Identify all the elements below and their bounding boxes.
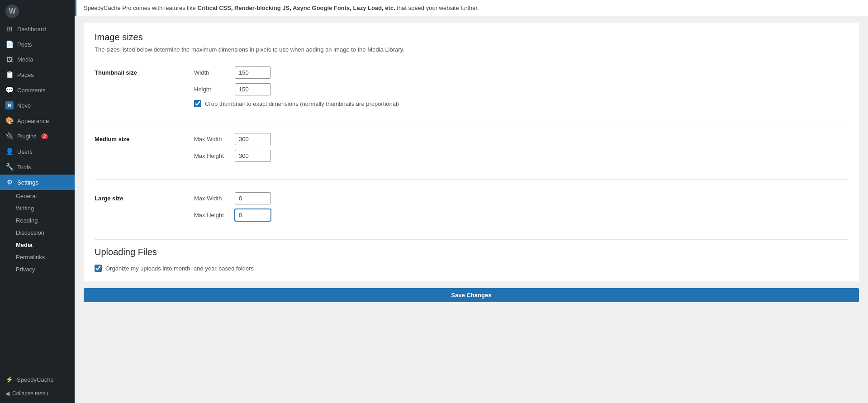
sidebar-item-comments[interactable]: 💬 Comments [0,82,75,98]
sidebar-item-label: Appearance [17,118,49,124]
sidebar-item-label: Settings [17,179,38,186]
sidebar-item-plugins[interactable]: 🔌 Plugins 2 [0,128,75,144]
appearance-icon: 🎨 [5,117,14,125]
users-icon: 👤 [5,147,14,156]
thumbnail-crop-label: Crop thumbnail to exact dimensions (norm… [205,100,399,107]
tools-icon: 🔧 [5,163,14,171]
submenu-item-reading[interactable]: Reading [0,214,75,227]
organize-uploads-row: Organize my uploads into month- and year… [95,265,848,272]
large-maxheight-input[interactable] [235,209,271,221]
large-maxheight-label: Max Height [194,212,230,218]
uploading-files-section: Uploading Files Organize my uploads into… [95,239,848,272]
media-icon: 🖼 [5,56,14,63]
sidebar-item-label: Users [17,148,33,155]
thumbnail-width-row: Width [194,66,848,79]
wp-logo-icon: W [5,5,19,18]
large-maxwidth-input[interactable] [235,192,271,204]
sidebar-item-speedycache[interactable]: ⚡ SpeedyCache [0,372,75,387]
medium-maxheight-input[interactable] [235,150,271,162]
comments-icon: 💬 [5,86,14,94]
dashboard-icon: ⊞ [5,25,14,33]
sidebar-item-users[interactable]: 👤 Users [0,144,75,159]
sidebar-item-label: Neve [17,102,31,109]
medium-maxheight-row: Max Height [194,150,848,162]
save-changes-button[interactable]: Save Changes [84,288,859,302]
thumbnail-height-label: Height [194,86,230,93]
sidebar-item-posts[interactable]: 📄 Posts [0,37,75,52]
plugins-icon: 🔌 [5,132,14,140]
sidebar-item-label: Plugins [17,133,37,140]
submenu-item-permalinks[interactable]: Permalinks [0,251,75,263]
main-content: SpeedyCache Pro comes with features like… [75,0,868,403]
promo-banner: SpeedyCache Pro comes with features like… [75,0,868,16]
submenu-item-media[interactable]: Media [0,239,75,251]
thumbnail-width-label: Width [194,69,230,76]
sidebar-item-appearance[interactable]: 🎨 Appearance [0,113,75,128]
pages-icon: 📋 [5,71,14,79]
promo-text-before: SpeedyCache Pro comes with features like [84,5,197,11]
image-sizes-table: Thumbnail size Width Height Crop thumbna… [95,62,848,230]
submenu-item-general[interactable]: General [0,190,75,202]
image-sizes-title: Image sizes [95,32,848,43]
collapse-icon: ◀ [5,390,9,397]
sidebar-item-media-nav[interactable]: 🖼 Media [0,52,75,67]
image-sizes-section: Image sizes The sizes listed below deter… [84,23,859,281]
medium-row: Medium size Max Width Max Height [95,128,848,171]
thumbnail-row: Thumbnail size Width Height Crop thumbna… [95,62,848,112]
medium-maxwidth-label: Max Width [194,136,230,142]
speedycache-icon: ⚡ [5,376,13,383]
medium-maxwidth-row: Max Width [194,133,848,145]
sidebar-item-label: Pages [17,71,34,78]
sidebar-item-pages[interactable]: 📋 Pages [0,67,75,82]
large-row: Large size Max Width Max Height [95,188,848,230]
large-maxwidth-row: Max Width [194,192,848,204]
sidebar-item-settings[interactable]: ⚙ Settings [0,175,75,190]
settings-submenu: General Writing Reading Discussion Media… [0,190,75,275]
sidebar: W ⊞ Dashboard 📄 Posts 🖼 Media 📋 Pages 💬 … [0,0,75,403]
medium-fields: Max Width Max Height [194,128,848,171]
sidebar-item-label: Tools [17,164,31,171]
large-maxwidth-label: Max Width [194,195,230,202]
medium-maxwidth-input[interactable] [235,133,271,145]
sidebar-bottom: ⚡ SpeedyCache ◀ Collapse menu [0,369,75,403]
image-sizes-description: The sizes listed below determine the max… [95,46,848,53]
sidebar-item-label: Dashboard [17,26,46,33]
plugins-badge: 2 [41,133,48,139]
organize-uploads-checkbox[interactable] [95,265,102,272]
thumbnail-height-row: Height [194,83,848,95]
submenu-item-writing[interactable]: Writing [0,202,75,214]
medium-maxheight-label: Max Height [194,152,230,159]
large-label: Large size [95,188,194,230]
uploading-files-title: Uploading Files [95,247,848,257]
collapse-menu-button[interactable]: ◀ Collapse menu [0,387,75,400]
thumbnail-crop-checkbox[interactable] [194,100,201,107]
submenu-item-discussion[interactable]: Discussion [0,227,75,239]
sidebar-item-dashboard[interactable]: ⊞ Dashboard [0,21,75,37]
thumbnail-width-input[interactable] [235,66,271,79]
large-maxheight-row: Max Height [194,209,848,221]
thumbnail-crop-row: Crop thumbnail to exact dimensions (norm… [194,100,848,107]
organize-uploads-label: Organize my uploads into month- and year… [105,265,254,272]
medium-label: Medium size [95,128,194,171]
speedycache-label: SpeedyCache [17,376,54,383]
sidebar-item-tools[interactable]: 🔧 Tools [0,159,75,175]
settings-icon: ⚙ [5,178,14,186]
sidebar-item-label: Comments [17,87,46,94]
large-fields: Max Width Max Height [194,188,848,230]
sidebar-item-label: Posts [17,41,32,48]
posts-icon: 📄 [5,40,14,48]
neve-icon: N [5,101,14,109]
sidebar-logo: W [0,0,75,21]
submenu-item-privacy[interactable]: Privacy [0,263,75,275]
promo-text-after: that speed your website further. [395,5,479,11]
promo-features: Critical CSS, Render-blocking JS, Async … [197,5,395,11]
sidebar-item-neve[interactable]: N Neve [0,98,75,113]
thumbnail-fields: Width Height Crop thumbnail to exact dim… [194,62,848,112]
thumbnail-label: Thumbnail size [95,62,194,112]
sidebar-navigation: ⊞ Dashboard 📄 Posts 🖼 Media 📋 Pages 💬 Co… [0,21,75,369]
thumbnail-height-input[interactable] [235,83,271,95]
sidebar-item-label: Media [17,56,33,63]
collapse-label: Collapse menu [12,390,48,397]
